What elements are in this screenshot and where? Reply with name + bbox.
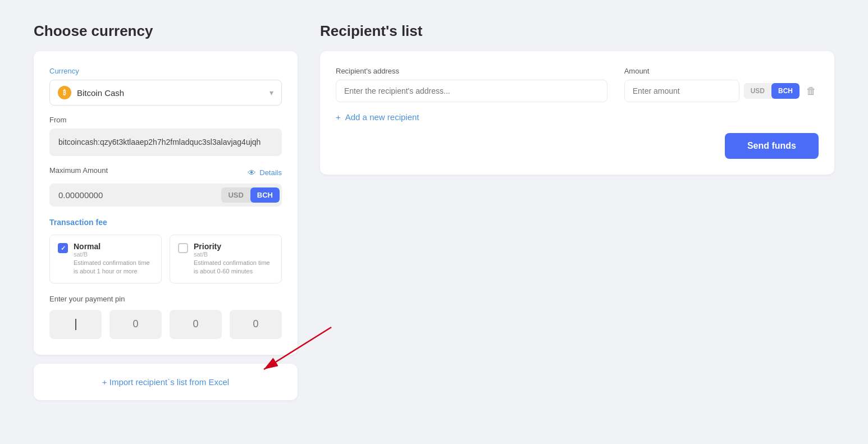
- transaction-fee-label: Transaction fee: [49, 218, 282, 227]
- send-funds-button[interactable]: Send funds: [725, 133, 819, 159]
- amount-col: Amount USD BCH 🗑: [624, 67, 819, 102]
- right-section-title: Recipient's list: [320, 22, 834, 40]
- usd-toggle-btn[interactable]: USD: [221, 187, 250, 203]
- bch-coin-icon: ₿: [58, 86, 71, 99]
- priority-fee-title: Priority: [194, 242, 273, 251]
- amount-bch-btn[interactable]: BCH: [771, 83, 800, 99]
- add-recipient-label: Add a new recipient: [345, 112, 419, 122]
- import-link[interactable]: + Import recipient`s list from Excel: [102, 377, 229, 387]
- currency-name: Bitcoin Cash: [77, 88, 124, 98]
- recipient-header: Recipient's address Amount USD BCH 🗑: [336, 67, 819, 102]
- priority-fee-option: Priority sat/B Estimated confirmation ti…: [170, 235, 282, 283]
- currency-card: Currency ₿ Bitcoin Cash ▾ From bitcoinca…: [34, 51, 298, 355]
- amount-row: USD BCH 🗑: [624, 80, 819, 102]
- add-recipient-link[interactable]: + Add a new recipient: [336, 112, 819, 122]
- priority-sat: sat/B: [194, 251, 273, 258]
- amount-usd-btn[interactable]: USD: [744, 83, 771, 99]
- from-address: bitcoincash:qzy6t3ktlaaep2h7h2fmladquc3s…: [49, 129, 282, 156]
- currency-toggle: USD BCH: [221, 187, 280, 203]
- amount-input-row: 0.00000000 USD BCH: [49, 184, 282, 207]
- currency-select[interactable]: ₿ Bitcoin Cash ▾: [49, 80, 282, 106]
- fee-options: Normal sat/B Estimated confirmation time…: [49, 235, 282, 283]
- normal-fee-title: Normal: [74, 242, 153, 251]
- normal-fee-option: Normal sat/B Estimated confirmation time…: [49, 235, 162, 283]
- normal-sat: sat/B: [74, 251, 153, 258]
- right-column: Recipient's list Recipient's address Amo…: [320, 22, 834, 175]
- pin-input-4[interactable]: 0: [230, 310, 282, 339]
- page-layout: Choose currency Currency ₿ Bitcoin Cash …: [34, 22, 834, 400]
- priority-fee-details: Priority sat/B Estimated confirmation ti…: [194, 242, 273, 276]
- currency-select-left: ₿ Bitcoin Cash: [58, 86, 124, 99]
- pin-inputs: 0 0 0: [49, 310, 282, 339]
- import-link-label: + Import recipient`s list from Excel: [102, 377, 229, 387]
- pin-cursor: [75, 319, 76, 330]
- left-section-title: Choose currency: [34, 22, 298, 40]
- eye-icon: 👁: [248, 168, 256, 177]
- normal-fee-details: Normal sat/B Estimated confirmation time…: [74, 242, 153, 276]
- priority-checkbox[interactable]: [178, 243, 188, 253]
- normal-checkbox[interactable]: [58, 243, 68, 253]
- pin-input-1[interactable]: [49, 310, 102, 339]
- address-col-label: Recipient's address: [336, 67, 607, 75]
- from-label: From: [49, 116, 282, 124]
- recipient-address-input[interactable]: [336, 80, 607, 102]
- bch-toggle-btn[interactable]: BCH: [250, 187, 280, 203]
- left-column: Choose currency Currency ₿ Bitcoin Cash …: [34, 22, 298, 400]
- priority-fee-desc: Estimated confirmation time is about 0-6…: [194, 259, 273, 276]
- details-link-label: Details: [259, 168, 282, 177]
- amount-input-field[interactable]: [624, 80, 739, 102]
- chevron-down-icon: ▾: [269, 88, 273, 97]
- send-funds-row: Send funds: [336, 133, 819, 159]
- address-col: Recipient's address: [336, 67, 607, 102]
- amount-col-label: Amount: [624, 67, 819, 75]
- max-amount-row: Maximum Amount 👁 Details: [49, 166, 282, 179]
- add-recipient-row: + Add a new recipient: [336, 112, 819, 122]
- amount-currency-toggle: USD BCH: [744, 83, 800, 99]
- currency-label: Currency: [49, 67, 282, 75]
- delete-recipient-btn[interactable]: 🗑: [804, 83, 819, 99]
- import-card: + Import recipient`s list from Excel: [34, 364, 298, 400]
- recipient-card: Recipient's address Amount USD BCH 🗑: [320, 51, 834, 175]
- normal-fee-desc: Estimated confirmation time is about 1 h…: [74, 259, 153, 276]
- amount-value: 0.00000000: [49, 184, 219, 207]
- pin-input-3[interactable]: 0: [170, 310, 222, 339]
- max-amount-label: Maximum Amount: [49, 166, 108, 175]
- details-link[interactable]: 👁 Details: [248, 168, 282, 177]
- plus-icon: +: [336, 112, 341, 122]
- pin-label: Enter your payment pin: [49, 295, 282, 303]
- pin-input-2[interactable]: 0: [109, 310, 162, 339]
